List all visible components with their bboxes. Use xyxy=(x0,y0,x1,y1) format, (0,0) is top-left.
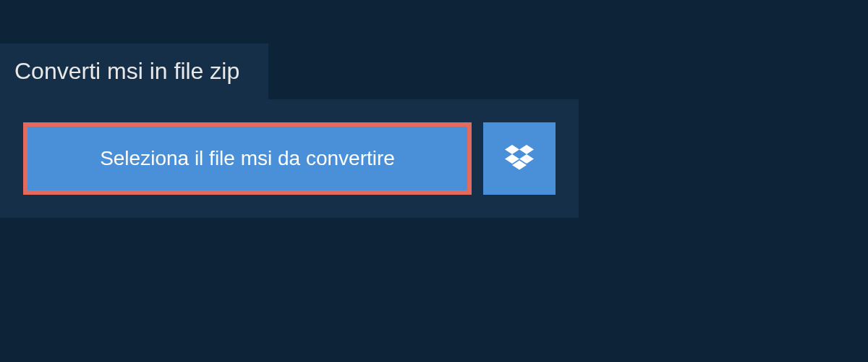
button-row: Seleziona il file msi da convertire xyxy=(23,122,556,195)
tab-header: Converti msi in file zip xyxy=(0,43,268,99)
page-title: Converti msi in file zip xyxy=(14,58,239,84)
select-file-button[interactable]: Seleziona il file msi da convertire xyxy=(23,122,472,195)
dropbox-icon xyxy=(505,145,534,172)
converter-panel: Seleziona il file msi da convertire xyxy=(0,99,579,218)
dropbox-button[interactable] xyxy=(483,122,556,195)
